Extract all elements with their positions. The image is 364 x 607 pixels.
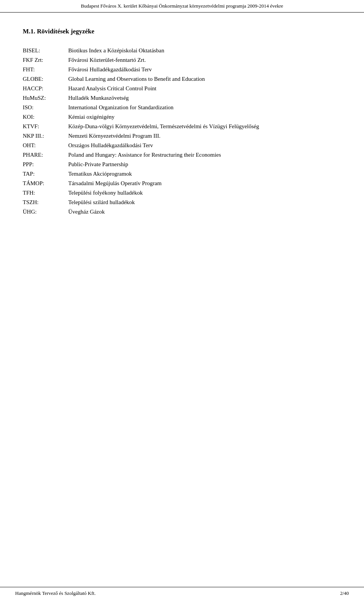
- abbreviation-definition: Global Learning and Observations to Bene…: [68, 74, 341, 84]
- abbreviation-term: TAP:: [23, 169, 68, 179]
- abbreviation-term: TFH:: [23, 188, 68, 198]
- abbreviation-term: ÜHG:: [23, 207, 68, 217]
- list-item: HuMuSZ:Hulladék Munkaszövetség: [23, 93, 341, 103]
- abbreviation-definition: Fővárosi Közterület-fenntartó Zrt.: [68, 55, 341, 65]
- list-item: OHT:Országos Hulladékgazdálkodási Terv: [23, 141, 341, 150]
- footer-right: 2/40: [340, 590, 349, 596]
- abbreviation-definition: Települési folyékony hulladékok: [68, 188, 341, 198]
- abbreviation-term: KTVF:: [23, 122, 68, 131]
- section-title: M.1. Rövidítések jegyzéke: [23, 28, 341, 35]
- list-item: BISEL:Biotikus Index a Középiskolai Okta…: [23, 46, 341, 55]
- abbreviation-table: BISEL:Biotikus Index a Középiskolai Okta…: [23, 46, 341, 217]
- abbreviation-definition: Poland and Hungary: Assistance for Restr…: [68, 150, 341, 160]
- abbreviation-definition: Társadalmi Megújulás Operatív Program: [68, 179, 341, 188]
- abbreviation-term: BISEL:: [23, 46, 68, 55]
- list-item: KOI:Kémiai oxigénigény: [23, 112, 341, 122]
- abbreviation-definition: Hulladék Munkaszövetség: [68, 93, 341, 103]
- list-item: KTVF:Közép-Duna-völgyi Környezetvédelmi,…: [23, 122, 341, 131]
- abbreviation-term: NKP III.:: [23, 131, 68, 141]
- list-item: TAP:Tematikus Akcióprogramok: [23, 169, 341, 179]
- abbreviation-term: ISO:: [23, 103, 68, 112]
- abbreviation-definition: Biotikus Index a Középiskolai Oktatásban: [68, 46, 341, 55]
- abbreviation-term: PPP:: [23, 160, 68, 169]
- abbreviation-term: GLOBE:: [23, 74, 68, 84]
- abbreviation-term: HACCP:: [23, 84, 68, 93]
- main-content: M.1. Rövidítések jegyzéke BISEL:Biotikus…: [0, 13, 364, 247]
- abbreviation-definition: Fővárosi Hulladékgazdálkodási Terv: [68, 65, 341, 74]
- abbreviation-definition: Országos Hulladékgazdálkodási Terv: [68, 141, 341, 150]
- abbreviation-term: TÁMOP:: [23, 179, 68, 188]
- abbreviation-definition: Tematikus Akcióprogramok: [68, 169, 341, 179]
- list-item: FHT:Fővárosi Hulladékgazdálkodási Terv: [23, 65, 341, 74]
- list-item: TÁMOP:Társadalmi Megújulás Operatív Prog…: [23, 179, 341, 188]
- list-item: TSZH:Települési szilárd hulladékok: [23, 198, 341, 207]
- list-item: PPP:Public-Private Partnership: [23, 160, 341, 169]
- abbreviation-definition: Települési szilárd hulladékok: [68, 198, 341, 207]
- abbreviation-term: FKF Zrt:: [23, 55, 68, 65]
- abbreviation-definition: International Organization for Standardi…: [68, 103, 341, 112]
- abbreviation-term: KOI:: [23, 112, 68, 122]
- abbreviation-definition: Üvegház Gázok: [68, 207, 341, 217]
- abbreviation-definition: Hazard Analysis Critical Control Point: [68, 84, 341, 93]
- abbreviation-term: PHARE:: [23, 150, 68, 160]
- list-item: NKP III.:Nemzeti Környezetvédelmi Progra…: [23, 131, 341, 141]
- page-footer: Hangmérnök Tervező és Szolgáltató Kft. 2…: [0, 587, 364, 599]
- abbreviation-term: OHT:: [23, 141, 68, 150]
- list-item: GLOBE:Global Learning and Observations t…: [23, 74, 341, 84]
- list-item: FKF Zrt:Fővárosi Közterület-fenntartó Zr…: [23, 55, 341, 65]
- abbreviation-definition: Nemzeti Környezetvédelmi Program III.: [68, 131, 341, 141]
- abbreviation-term: TSZH:: [23, 198, 68, 207]
- page-header: Budapest Főváros X. kerület Kőbányai Önk…: [0, 0, 364, 13]
- abbreviation-term: HuMuSZ:: [23, 93, 68, 103]
- footer-left: Hangmérnök Tervező és Szolgáltató Kft.: [15, 590, 96, 596]
- list-item: TFH:Települési folyékony hulladékok: [23, 188, 341, 198]
- list-item: PHARE:Poland and Hungary: Assistance for…: [23, 150, 341, 160]
- list-item: HACCP:Hazard Analysis Critical Control P…: [23, 84, 341, 93]
- abbreviation-definition: Kémiai oxigénigény: [68, 112, 341, 122]
- abbreviation-term: FHT:: [23, 65, 68, 74]
- list-item: ÜHG:Üvegház Gázok: [23, 207, 341, 217]
- abbreviation-definition: Public-Private Partnership: [68, 160, 341, 169]
- list-item: ISO:International Organization for Stand…: [23, 103, 341, 112]
- abbreviation-definition: Közép-Duna-völgyi Környezetvédelmi, Term…: [68, 122, 341, 131]
- header-text: Budapest Főváros X. kerület Kőbányai Önk…: [81, 3, 283, 9]
